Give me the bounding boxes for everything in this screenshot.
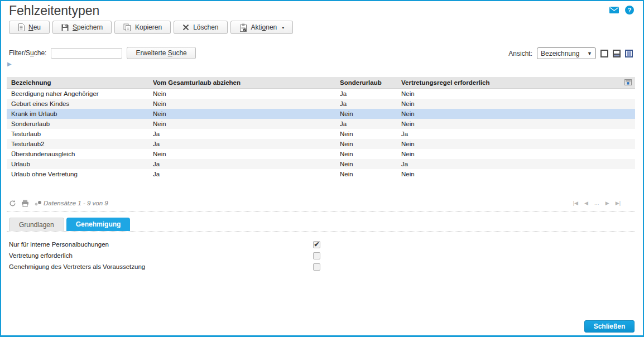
copy-button[interactable]: Kopieren bbox=[114, 21, 171, 34]
new-button[interactable]: Neu bbox=[9, 21, 50, 34]
view-label: Ansicht: bbox=[508, 50, 532, 57]
field-label-genehmigung-vertreter: Genehmigung des Vertreters als Vorausset… bbox=[9, 263, 145, 270]
filter-label: Filter/Suche: bbox=[9, 49, 46, 57]
header-icon-bar: ? bbox=[609, 6, 634, 15]
column-header-vertretungsregel[interactable]: Vertretungsregel erforderlich bbox=[401, 79, 635, 86]
cell-sonderurlaub: Ja bbox=[340, 90, 401, 97]
table-row[interactable]: Geburt eines Kindes Nein Ja Nein bbox=[7, 99, 635, 109]
advanced-search-label: Erweiterte Suche bbox=[136, 49, 186, 57]
cell-vertretungsregel: Nein bbox=[401, 100, 635, 107]
cell-vertretungsregel: Nein bbox=[401, 171, 635, 177]
pagination: |◀ ◀ … ▶ ▶| bbox=[573, 200, 621, 206]
column-header-bezeichnung[interactable]: Bezeichnung bbox=[7, 79, 153, 86]
table-row[interactable]: Beerdigung naher Angehöriger Nein Ja Nei… bbox=[7, 89, 635, 99]
expand-panel-arrow-icon[interactable]: ▶ bbox=[7, 61, 12, 67]
pager-last-icon[interactable]: ▶| bbox=[616, 200, 621, 206]
fehlzeitentypen-window: Fehlzeitentypen ? Neu Speichern Kopieren bbox=[0, 0, 644, 337]
main-toolbar: Neu Speichern Kopieren Löschen Aktionen bbox=[9, 21, 293, 34]
separator-dotted bbox=[7, 211, 635, 212]
checkbox-interne-personalbuchungen[interactable]: ✔ bbox=[313, 241, 320, 248]
table-row[interactable]: Testurlaub2 Ja Nein Nein bbox=[7, 139, 635, 149]
table-row[interactable]: Überstundenausgleich Nein Nein Nein bbox=[7, 149, 635, 159]
checkbox-genehmigung-vertreter[interactable] bbox=[313, 263, 320, 271]
field-label-interne-personalbuchungen: Nur für interne Personalbuchungen bbox=[9, 241, 109, 248]
cell-gesamturlaub: Ja bbox=[153, 161, 340, 167]
delete-button[interactable]: Löschen bbox=[174, 21, 227, 34]
save-button-label: Speichern bbox=[73, 23, 103, 31]
cell-gesamturlaub: Ja bbox=[153, 131, 340, 137]
actions-clipboard-icon bbox=[239, 23, 247, 32]
cell-gesamturlaub: Nein bbox=[153, 100, 340, 107]
help-icon[interactable]: ? bbox=[625, 6, 634, 15]
cell-sonderurlaub: Nein bbox=[340, 110, 401, 117]
tab-genehmigung[interactable]: Genehmigung bbox=[66, 218, 131, 231]
advanced-search-button[interactable]: Erweiterte Suche bbox=[127, 47, 195, 59]
table-row-selected[interactable]: Krank im Urlaub Nein Nein Nein bbox=[7, 109, 635, 119]
copy-button-label: Kopieren bbox=[135, 23, 162, 31]
delete-x-icon bbox=[182, 24, 189, 31]
delete-button-label: Löschen bbox=[193, 23, 218, 31]
record-count-label: Datensätze 1 - 9 von 9 bbox=[44, 200, 108, 206]
cell-gesamturlaub: Nein bbox=[153, 110, 340, 117]
pager-prev-icon[interactable]: ◀ bbox=[584, 200, 588, 206]
cell-bezeichnung: Sonderurlaub bbox=[7, 121, 153, 127]
column-settings-icon[interactable] bbox=[624, 79, 632, 85]
cell-vertretungsregel: Nein bbox=[401, 121, 635, 127]
cell-gesamturlaub: Ja bbox=[153, 141, 340, 147]
cell-sonderurlaub: Ja bbox=[340, 100, 401, 107]
cell-bezeichnung: Geburt eines Kindes bbox=[7, 100, 153, 107]
cell-sonderurlaub: Nein bbox=[340, 141, 401, 147]
cell-bezeichnung: Urlaub ohne Vertretung bbox=[7, 171, 153, 177]
cell-sonderurlaub: Nein bbox=[340, 131, 401, 137]
cell-vertretungsregel: Nein bbox=[401, 110, 635, 117]
cell-sonderurlaub: Nein bbox=[340, 161, 401, 167]
table-row[interactable]: Urlaub ohne Vertretung Ja Nein Nein bbox=[7, 169, 635, 179]
print-icon[interactable] bbox=[21, 200, 29, 207]
form-row: Nur für interne Personalbuchungen ✔ bbox=[9, 239, 320, 250]
view-layout-detail-icon[interactable] bbox=[625, 50, 633, 57]
genehmigung-panel: Nur für interne Personalbuchungen ✔ Vert… bbox=[9, 239, 320, 272]
table-row[interactable]: Sonderurlaub Nein Ja Nein bbox=[7, 119, 635, 129]
cell-gesamturlaub: Nein bbox=[153, 151, 340, 157]
view-group: Ansicht: Bezeichnung ▼ bbox=[508, 47, 633, 59]
cell-vertretungsregel: Ja bbox=[401, 161, 635, 167]
actions-dropdown-caret-icon: ▾ bbox=[282, 25, 284, 30]
cell-bezeichnung: Krank im Urlaub bbox=[7, 110, 153, 117]
save-button[interactable]: Speichern bbox=[52, 21, 112, 34]
actions-button[interactable]: Aktionen ▾ bbox=[230, 21, 294, 34]
tab-grundlagen[interactable]: Grundlagen bbox=[9, 218, 64, 231]
filter-row: Filter/Suche: Erweiterte Suche bbox=[9, 47, 196, 59]
cell-vertretungsregel: Ja bbox=[401, 131, 635, 137]
refresh-icon[interactable] bbox=[9, 200, 16, 207]
select-caret-icon: ▼ bbox=[587, 51, 592, 56]
mail-icon[interactable] bbox=[609, 7, 619, 13]
pager-first-icon[interactable]: |◀ bbox=[573, 200, 578, 206]
cell-gesamturlaub: Nein bbox=[153, 90, 340, 97]
cell-gesamturlaub: Ja bbox=[153, 171, 340, 177]
cell-bezeichnung: Testurlaub2 bbox=[7, 141, 153, 147]
page-title: Fehlzeitentypen bbox=[9, 3, 99, 18]
table-row[interactable]: Urlaub Ja Nein Ja bbox=[7, 159, 635, 169]
detail-tabs: Grundlagen Genehmigung bbox=[9, 218, 130, 231]
cell-sonderurlaub: Nein bbox=[340, 151, 401, 157]
pager-ellipsis: … bbox=[594, 200, 599, 206]
column-header-gesamturlaub[interactable]: Vom Gesamturlaub abziehen bbox=[153, 79, 340, 86]
cell-sonderurlaub: Nein bbox=[340, 171, 401, 177]
view-select[interactable]: Bezeichnung ▼ bbox=[537, 47, 596, 59]
export-link-icon[interactable] bbox=[34, 200, 42, 206]
new-document-icon bbox=[18, 23, 25, 31]
new-button-label: Neu bbox=[28, 23, 41, 31]
view-layout-single-icon[interactable] bbox=[600, 50, 608, 57]
view-layout-split-horizontal-icon[interactable] bbox=[613, 50, 621, 57]
table-body: Beerdigung naher Angehöriger Nein Ja Nei… bbox=[7, 89, 635, 179]
pager-next-icon[interactable]: ▶ bbox=[605, 200, 609, 206]
save-icon bbox=[61, 24, 69, 31]
checkbox-vertretung-erforderlich[interactable] bbox=[313, 252, 320, 259]
filter-search-input[interactable] bbox=[51, 48, 122, 59]
actions-button-label: Aktionen bbox=[251, 23, 277, 31]
close-button[interactable]: Schließen bbox=[584, 320, 635, 333]
cell-vertretungsregel: Nein bbox=[401, 151, 635, 157]
view-select-value: Bezeichnung bbox=[541, 50, 579, 57]
table-row[interactable]: Testurlaub Ja Nein Ja bbox=[7, 129, 635, 139]
column-header-sonderurlaub[interactable]: Sonderurlaub bbox=[340, 79, 401, 86]
